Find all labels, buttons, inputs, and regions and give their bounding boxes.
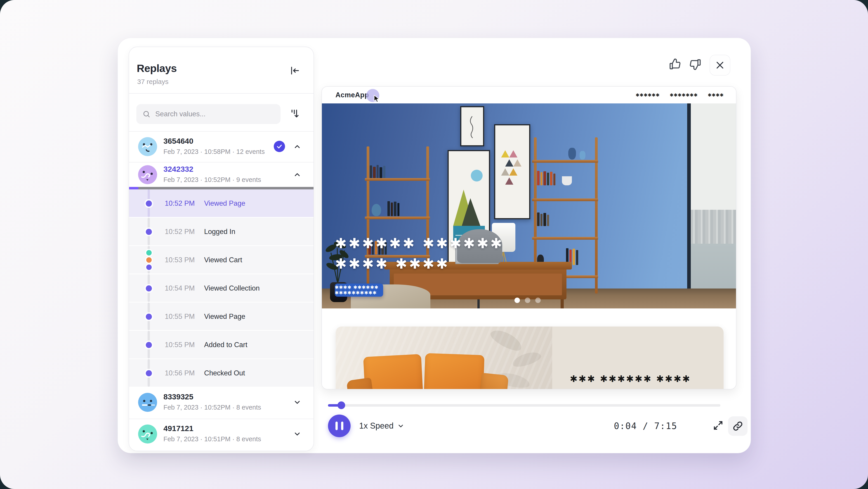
product-title-masked: ✱✱✱ ✱✱✱✱✱✱ ✱✱✱✱ [570,374,691,384]
event-label: Viewed Page [204,313,245,321]
event-time: 10:56 PM [165,369,195,377]
session-row[interactable]: 8339325 Feb 7, 2023 · 10:52PM · 8 events [129,387,313,418]
event-row[interactable]: 10:52 PM Logged In [129,218,313,246]
session-avatar [138,425,157,443]
session-meta: Feb 7, 2023 · 10:52PM · 8 events [163,404,261,411]
event-label: Viewed Cart [204,256,242,264]
close-button[interactable] [710,55,730,76]
divider [129,93,313,94]
event-dot [146,285,152,291]
link-icon [733,421,743,432]
session-scrubber[interactable] [129,187,313,190]
replay-viewer: AcmeApp ✱✱✱✱✱✱ ✱✱✱✱✱✱✱ ✱✱✱✱ [321,86,737,390]
carousel-dot-active[interactable] [515,297,520,303]
playback-progress-knob[interactable] [338,401,345,409]
event-label: Logged In [204,228,235,236]
playback-progress-fill [328,404,339,407]
session-scrubber-progress [129,187,138,190]
chevron-down-icon[interactable] [293,398,302,407]
session-meta: Feb 7, 2023 · 10:52PM · 9 events [163,176,261,183]
event-dot [146,342,152,348]
time-display: 0:04 / 7:15 [592,414,699,437]
product-text-pane: ✱✱✱ ✱✱✱✱✱✱ ✱✱✱✱ [552,326,723,390]
replayed-site-header: AcmeApp ✱✱✱✱✱✱ ✱✱✱✱✱✱✱ ✱✱✱✱ [322,87,736,104]
sort-descending-icon [288,107,301,120]
nav-item-masked[interactable]: ✱✱✱✱ [708,92,724,98]
event-time: 10:53 PM [165,256,195,264]
search-box[interactable] [136,104,281,124]
thumbs-down-icon [688,57,702,72]
event-dot [146,314,152,320]
session-id-active: 3242332 [163,165,193,174]
sort-filter-button[interactable] [287,106,302,121]
session-row[interactable]: 3654640 Feb 7, 2023 · 10:58PM · 12 event… [129,131,313,163]
product-card[interactable]: ✱✱✱ ✱✱✱✱✱✱ ✱✱✱✱ [336,326,723,390]
cursor-icon [372,94,382,104]
session-row[interactable]: 4917121 Feb 7, 2023 · 10:51PM · 8 events [129,419,313,450]
replay-hero-image: ✱✱✱✱✱✱ ✱✱✱✱✱✱ ✱✱✱✱ ✱✱✱✱ ✱✱✱✱ ✱✱✱✱✱✱ ✱✱✱✱… [322,104,736,309]
collapse-left-icon [289,65,301,77]
app-window: Replays 37 replays [118,38,751,453]
hero-cta-label-masked: ✱✱✱✱ ✱✱✱✱✱✱ ✱✱✱✱✱✱✱✱✱✱ [335,285,383,295]
site-logo: AcmeApp [336,91,369,99]
event-time: 10:55 PM [165,341,195,349]
speed-selector[interactable]: 1x Speed [359,414,404,437]
hero-headline-masked: ✱✱✱✱✱✱ ✱✱✱✱✱✱ [335,235,504,252]
event-label: Viewed Page [204,199,245,207]
thumbs-up-button[interactable] [668,57,682,72]
event-multi-dot [146,250,152,270]
replay-count: 37 replays [137,78,168,86]
search-input[interactable] [155,110,275,118]
session-id: 8339325 [163,392,193,401]
search-icon [142,110,151,118]
nav-item-masked[interactable]: ✱✱✱✱✱✱✱ [670,92,698,98]
event-row-selected[interactable]: 10:52 PM Viewed Page [129,190,313,218]
event-row[interactable]: 10:55 PM Viewed Page [129,303,313,331]
session-id: 3654640 [163,137,193,145]
session-id: 4917121 [163,424,193,433]
pause-button[interactable] [328,414,350,437]
thumbs-up-icon [669,57,682,72]
event-row[interactable]: 10:56 PM Checked Out [129,359,313,387]
event-label: Checked Out [204,369,245,377]
event-time: 10:52 PM [165,199,195,207]
playback-progress-bar[interactable] [328,404,720,407]
session-avatar [138,393,157,412]
hero-cta-button[interactable]: ✱✱✱✱ ✱✱✱✱✱✱ ✱✱✱✱✱✱✱✱✱✱ [335,284,383,297]
product-photo [336,326,552,390]
event-time: 10:54 PM [165,284,195,292]
event-row[interactable]: 10:54 PM Viewed Collection [129,274,313,303]
chevron-down-icon [397,422,404,430]
session-row[interactable]: 3242332 Feb 7, 2023 · 10:52PM · 9 events [129,162,313,188]
watched-check-icon [274,141,285,152]
hero-subline-masked: ✱✱✱✱ ✱✱✱✱ [335,256,450,272]
nav-item-masked[interactable]: ✱✱✱✱✱✱ [636,92,660,98]
collapse-sidebar-button[interactable] [288,65,301,77]
event-dot [146,370,152,376]
page-background: Replays 37 replays [0,0,868,489]
speed-label: 1x Speed [359,421,394,431]
expand-icon [712,420,724,432]
event-dot [146,229,152,235]
event-dot [146,200,152,207]
chevron-up-icon[interactable] [293,170,302,179]
event-label: Viewed Collection [204,284,260,292]
event-time: 10:55 PM [165,313,195,321]
session-avatar [138,165,157,184]
event-label: Added to Cart [204,341,247,349]
copy-link-button[interactable] [728,416,747,436]
event-row[interactable]: 10:55 PM Added to Cart [129,331,313,359]
session-meta: Feb 7, 2023 · 10:58PM · 12 events [163,148,265,155]
sidebar-title: Replays [137,62,177,75]
carousel-dot[interactable] [535,297,541,303]
session-avatar [138,137,157,156]
event-row[interactable]: 10:53 PM Viewed Cart [129,246,313,274]
chevron-down-icon[interactable] [293,430,302,438]
pause-icon [336,422,338,430]
close-icon [715,60,725,70]
carousel-dot[interactable] [525,297,530,303]
thumbs-down-button[interactable] [688,57,702,72]
fullscreen-button[interactable] [712,420,724,432]
replays-sidebar: Replays 37 replays [129,47,314,451]
chevron-up-icon[interactable] [293,142,302,151]
